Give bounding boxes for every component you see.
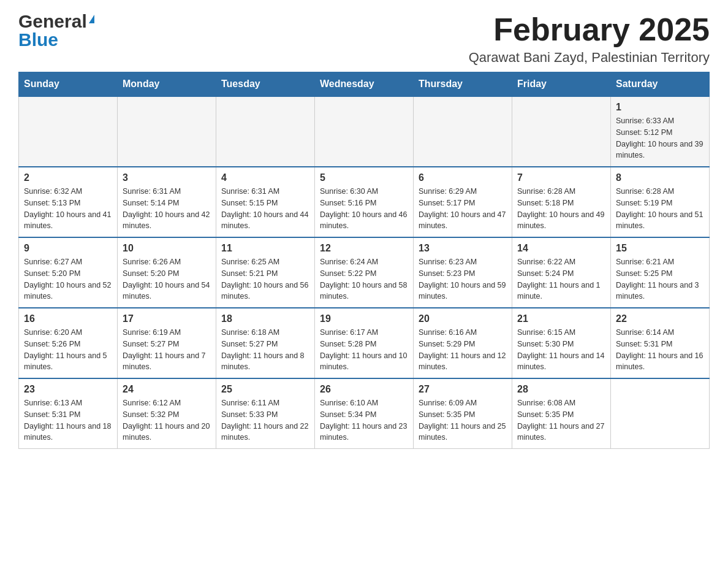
weekday-header-tuesday: Tuesday xyxy=(216,72,315,97)
day-number: 27 xyxy=(419,384,507,395)
month-title: February 2025 xyxy=(469,12,710,47)
calendar-cell: 2Sunrise: 6:32 AMSunset: 5:13 PMDaylight… xyxy=(19,167,118,237)
day-info: Sunrise: 6:28 AMSunset: 5:18 PMDaylight:… xyxy=(517,187,604,230)
day-info: Sunrise: 6:25 AMSunset: 5:21 PMDaylight:… xyxy=(221,258,308,301)
calendar-cell: 12Sunrise: 6:24 AMSunset: 5:22 PMDayligh… xyxy=(315,237,414,308)
day-info: Sunrise: 6:21 AMSunset: 5:25 PMDaylight:… xyxy=(616,258,699,301)
day-info: Sunrise: 6:29 AMSunset: 5:17 PMDaylight:… xyxy=(419,187,506,230)
weekday-header-sunday: Sunday xyxy=(19,72,118,97)
day-number: 23 xyxy=(24,384,112,395)
day-info: Sunrise: 6:20 AMSunset: 5:26 PMDaylight:… xyxy=(24,328,107,371)
day-number: 28 xyxy=(517,384,605,395)
logo-triangle-icon xyxy=(89,15,94,23)
day-number: 10 xyxy=(123,243,211,254)
calendar-cell: 10Sunrise: 6:26 AMSunset: 5:20 PMDayligh… xyxy=(118,237,216,308)
day-number: 12 xyxy=(320,243,408,254)
day-number: 6 xyxy=(419,172,507,183)
calendar-cell: 27Sunrise: 6:09 AMSunset: 5:35 PMDayligh… xyxy=(414,378,512,449)
calendar-cell: 9Sunrise: 6:27 AMSunset: 5:20 PMDaylight… xyxy=(19,237,118,308)
calendar-week-3: 9Sunrise: 6:27 AMSunset: 5:20 PMDaylight… xyxy=(19,237,710,308)
calendar-cell xyxy=(512,96,611,167)
calendar-cell: 23Sunrise: 6:13 AMSunset: 5:31 PMDayligh… xyxy=(19,378,118,449)
day-info: Sunrise: 6:24 AMSunset: 5:22 PMDaylight:… xyxy=(320,258,407,301)
calendar-cell: 1Sunrise: 6:33 AMSunset: 5:12 PMDaylight… xyxy=(611,96,710,167)
calendar-cell: 8Sunrise: 6:28 AMSunset: 5:19 PMDaylight… xyxy=(611,167,710,237)
calendar-cell xyxy=(19,96,118,167)
calendar-cell: 21Sunrise: 6:15 AMSunset: 5:30 PMDayligh… xyxy=(512,308,611,378)
calendar-cell: 18Sunrise: 6:18 AMSunset: 5:27 PMDayligh… xyxy=(216,308,315,378)
calendar-cell xyxy=(118,96,216,167)
day-number: 25 xyxy=(221,384,309,395)
day-info: Sunrise: 6:22 AMSunset: 5:24 PMDaylight:… xyxy=(517,258,601,301)
calendar-cell: 25Sunrise: 6:11 AMSunset: 5:33 PMDayligh… xyxy=(216,378,315,449)
calendar-cell xyxy=(216,96,315,167)
day-info: Sunrise: 6:18 AMSunset: 5:27 PMDaylight:… xyxy=(221,328,305,371)
day-number: 2 xyxy=(24,172,112,183)
calendar-cell: 24Sunrise: 6:12 AMSunset: 5:32 PMDayligh… xyxy=(118,378,216,449)
weekday-header-thursday: Thursday xyxy=(414,72,512,97)
day-number: 19 xyxy=(320,313,408,324)
calendar-cell: 17Sunrise: 6:19 AMSunset: 5:27 PMDayligh… xyxy=(118,308,216,378)
calendar-week-2: 2Sunrise: 6:32 AMSunset: 5:13 PMDaylight… xyxy=(19,167,710,237)
day-number: 17 xyxy=(123,313,211,324)
calendar-cell: 13Sunrise: 6:23 AMSunset: 5:23 PMDayligh… xyxy=(414,237,512,308)
calendar-cell xyxy=(611,378,710,449)
calendar-cell: 6Sunrise: 6:29 AMSunset: 5:17 PMDaylight… xyxy=(414,167,512,237)
calendar-header-row: SundayMondayTuesdayWednesdayThursdayFrid… xyxy=(19,72,710,97)
day-info: Sunrise: 6:16 AMSunset: 5:29 PMDaylight:… xyxy=(419,328,506,371)
location-title: Qarawat Bani Zayd, Palestinian Territory xyxy=(469,50,710,66)
day-info: Sunrise: 6:10 AMSunset: 5:34 PMDaylight:… xyxy=(320,399,407,442)
day-number: 21 xyxy=(517,313,605,324)
calendar-cell: 26Sunrise: 6:10 AMSunset: 5:34 PMDayligh… xyxy=(315,378,414,449)
day-number: 15 xyxy=(616,243,704,254)
calendar-cell: 15Sunrise: 6:21 AMSunset: 5:25 PMDayligh… xyxy=(611,237,710,308)
calendar-week-1: 1Sunrise: 6:33 AMSunset: 5:12 PMDaylight… xyxy=(19,96,710,167)
calendar-cell: 22Sunrise: 6:14 AMSunset: 5:31 PMDayligh… xyxy=(611,308,710,378)
day-info: Sunrise: 6:26 AMSunset: 5:20 PMDaylight:… xyxy=(123,258,210,301)
calendar-week-4: 16Sunrise: 6:20 AMSunset: 5:26 PMDayligh… xyxy=(19,308,710,378)
title-section: February 2025 Qarawat Bani Zayd, Palesti… xyxy=(469,12,710,66)
day-number: 1 xyxy=(616,102,704,113)
day-number: 14 xyxy=(517,243,605,254)
day-number: 20 xyxy=(419,313,507,324)
logo: General Blue xyxy=(18,12,94,49)
calendar-week-5: 23Sunrise: 6:13 AMSunset: 5:31 PMDayligh… xyxy=(19,378,710,449)
logo-blue-text: Blue xyxy=(18,31,94,49)
calendar-table: SundayMondayTuesdayWednesdayThursdayFrid… xyxy=(18,72,710,449)
calendar-cell: 3Sunrise: 6:31 AMSunset: 5:14 PMDaylight… xyxy=(118,167,216,237)
day-number: 7 xyxy=(517,172,605,183)
day-number: 11 xyxy=(221,243,309,254)
weekday-header-monday: Monday xyxy=(118,72,216,97)
day-number: 22 xyxy=(616,313,704,324)
calendar-cell: 5Sunrise: 6:30 AMSunset: 5:16 PMDaylight… xyxy=(315,167,414,237)
day-info: Sunrise: 6:28 AMSunset: 5:19 PMDaylight:… xyxy=(616,187,703,230)
day-info: Sunrise: 6:15 AMSunset: 5:30 PMDaylight:… xyxy=(517,328,604,371)
calendar-cell xyxy=(315,96,414,167)
weekday-header-wednesday: Wednesday xyxy=(315,72,414,97)
day-number: 3 xyxy=(123,172,211,183)
day-info: Sunrise: 6:13 AMSunset: 5:31 PMDaylight:… xyxy=(24,399,111,442)
day-number: 5 xyxy=(320,172,408,183)
day-number: 13 xyxy=(419,243,507,254)
day-number: 4 xyxy=(221,172,309,183)
page-header: General Blue February 2025 Qarawat Bani … xyxy=(18,12,710,66)
weekday-header-friday: Friday xyxy=(512,72,611,97)
day-info: Sunrise: 6:23 AMSunset: 5:23 PMDaylight:… xyxy=(419,258,506,301)
day-number: 16 xyxy=(24,313,112,324)
weekday-header-saturday: Saturday xyxy=(611,72,710,97)
day-info: Sunrise: 6:32 AMSunset: 5:13 PMDaylight:… xyxy=(24,187,111,230)
calendar-cell: 11Sunrise: 6:25 AMSunset: 5:21 PMDayligh… xyxy=(216,237,315,308)
calendar-cell: 4Sunrise: 6:31 AMSunset: 5:15 PMDaylight… xyxy=(216,167,315,237)
calendar-cell xyxy=(414,96,512,167)
day-number: 8 xyxy=(616,172,704,183)
day-number: 18 xyxy=(221,313,309,324)
day-info: Sunrise: 6:30 AMSunset: 5:16 PMDaylight:… xyxy=(320,187,407,230)
day-info: Sunrise: 6:31 AMSunset: 5:15 PMDaylight:… xyxy=(221,187,308,230)
calendar-cell: 19Sunrise: 6:17 AMSunset: 5:28 PMDayligh… xyxy=(315,308,414,378)
calendar-cell: 16Sunrise: 6:20 AMSunset: 5:26 PMDayligh… xyxy=(19,308,118,378)
day-info: Sunrise: 6:19 AMSunset: 5:27 PMDaylight:… xyxy=(123,328,206,371)
day-info: Sunrise: 6:27 AMSunset: 5:20 PMDaylight:… xyxy=(24,258,111,301)
calendar-cell: 14Sunrise: 6:22 AMSunset: 5:24 PMDayligh… xyxy=(512,237,611,308)
day-info: Sunrise: 6:31 AMSunset: 5:14 PMDaylight:… xyxy=(123,187,210,230)
calendar-cell: 20Sunrise: 6:16 AMSunset: 5:29 PMDayligh… xyxy=(414,308,512,378)
